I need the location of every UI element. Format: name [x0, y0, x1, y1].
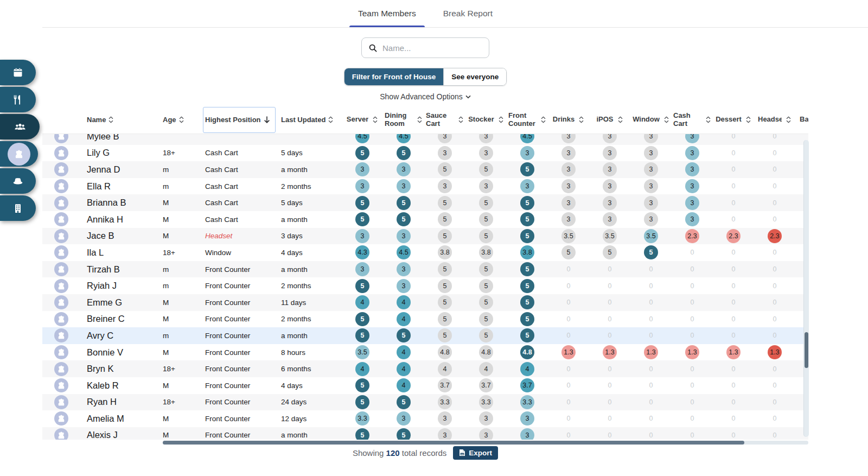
column-header-front-counter[interactable]: Front Counter: [507, 106, 548, 134]
rating-badge: 5: [520, 162, 534, 176]
column-header-sauce-cart[interactable]: Sauce Cart: [424, 106, 465, 134]
table-row[interactable]: Bonnie VMFront Counter8 hours3.544.84.84…: [42, 344, 808, 361]
rating-cell-dessert: 0: [713, 196, 754, 210]
column-header-ipos[interactable]: iPOS: [589, 106, 630, 134]
position-cell: Front Counter: [203, 415, 279, 423]
updated-cell: 3 days: [279, 232, 342, 240]
rating-badge: 3: [644, 179, 658, 193]
sidebar-item-food[interactable]: [0, 87, 36, 112]
rating-cell-window: 0: [630, 279, 672, 293]
column-header-dessert[interactable]: Dessert: [713, 106, 754, 134]
sidebar-item-hat[interactable]: [0, 168, 36, 194]
rating-badge: 3: [520, 179, 534, 193]
table-row[interactable]: Ella RmCash Cart2 months33333333300: [42, 178, 808, 195]
name-cell: Tirzah B: [75, 264, 161, 275]
table-row[interactable]: Bryn K18+Front Counter6 months4444400000…: [42, 360, 808, 377]
sidebar-item-calendar[interactable]: [0, 60, 36, 85]
table-row[interactable]: Ila L18+Window4 days4.34.53.83.83.855500…: [42, 244, 808, 261]
tab-team-members[interactable]: Team Members: [356, 0, 418, 27]
rating-badge: 0: [726, 395, 741, 409]
search-input[interactable]: [382, 43, 490, 53]
name-cell: Alexis J: [75, 430, 161, 440]
table-row[interactable]: Alexis JMFront Countera month55333000000: [42, 427, 808, 440]
rating-badge: 5: [355, 378, 369, 392]
table-row[interactable]: Jenna DmCash Carta month33555333300: [42, 161, 808, 178]
column-header-ba[interactable]: Ba: [795, 106, 808, 134]
tab-break-report[interactable]: Break Report: [441, 0, 495, 27]
rating-badge: 5: [603, 245, 617, 259]
logo-circle: [8, 143, 30, 166]
avatar: [54, 262, 68, 276]
table-row[interactable]: Avry CmFront Countera month55555000000: [42, 327, 808, 344]
table-row[interactable]: Brianna BMCash Cart5 days55555333300: [42, 194, 808, 211]
column-header-window[interactable]: Window: [630, 106, 672, 134]
column-header-position[interactable]: Highest Position: [203, 106, 279, 134]
search-box[interactable]: [361, 37, 489, 58]
column-header-name[interactable]: Name: [75, 106, 161, 134]
rating-cell-window: 0: [630, 262, 672, 276]
table-row[interactable]: Jace BMHeadset3 days335553.53.53.52.32.3…: [42, 228, 808, 245]
rating-cell-dessert: 0: [713, 162, 754, 176]
horizontal-scrollbar[interactable]: [163, 441, 808, 445]
table-row[interactable]: Tirzah BmFront Countera month33555000000: [42, 261, 808, 278]
rating-badge: 0: [768, 312, 782, 326]
filter-toggle-group: Filter for Front of House See everyone: [344, 68, 507, 86]
advanced-options-label: Show Advanced Options: [380, 92, 463, 101]
age-cell: M: [161, 415, 203, 423]
rating-cell-dessert: 0: [713, 295, 754, 309]
rating-badge: 5: [479, 196, 493, 210]
updated-cell: a month: [279, 332, 342, 340]
rating-cell-window: 1.3: [630, 345, 672, 359]
rating-badge: 0: [768, 196, 782, 210]
age-cell: m: [161, 282, 203, 290]
rating-badge: 0: [685, 262, 699, 276]
column-header-server[interactable]: Server: [342, 106, 383, 134]
export-button[interactable]: csv Export: [453, 446, 498, 460]
vertical-scrollbar[interactable]: [803, 140, 809, 437]
rating-badge: 5: [397, 212, 411, 226]
rating-cell-headset: 0: [754, 179, 795, 193]
table-row[interactable]: Breiner CMFront Counter2 months545550000…: [42, 311, 808, 328]
rating-cell-dining-room: 5: [383, 196, 424, 210]
rating-cell-stocker: 4.8: [465, 345, 507, 359]
column-header-dining-room[interactable]: Dining Room: [383, 106, 424, 134]
chevron-down-icon: [465, 95, 471, 99]
table-row[interactable]: Kaleb RMFront Counter4 days543.73.73.700…: [42, 377, 808, 394]
rating-cell-window: 3: [630, 179, 672, 193]
column-header-drinks[interactable]: Drinks: [548, 106, 589, 134]
see-everyone-button[interactable]: See everyone: [443, 68, 506, 85]
sidebar-item-locations[interactable]: [0, 195, 36, 221]
rating-badge: 3: [603, 196, 617, 210]
rating-badge: 0: [768, 328, 782, 342]
rating-cell-sauce-cart: 3: [424, 428, 465, 440]
avatar: [54, 146, 68, 160]
table-row[interactable]: Lily G18+Cash Cart5 days55333333300: [42, 145, 808, 162]
rating-cell-ipos: 3: [589, 162, 630, 176]
name-cell: Ryiah J: [75, 281, 161, 291]
age-cell: M: [161, 382, 203, 390]
horizontal-scrollbar-thumb[interactable]: [163, 441, 744, 445]
column-header-stocker[interactable]: Stocker: [465, 106, 507, 134]
rating-cell-stocker: 3: [465, 411, 507, 426]
rating-badge: 3.3: [355, 411, 369, 426]
table-row[interactable]: Ryan H18+Front Counter24 days553.33.33.3…: [42, 394, 808, 411]
rating-cell-front-counter: 5: [507, 279, 548, 293]
rating-badge: 0: [726, 328, 741, 342]
rating-badge: 5: [520, 312, 534, 326]
sidebar-item-brand[interactable]: [0, 141, 38, 167]
rating-cell-drinks: 0: [548, 312, 589, 326]
table-row[interactable]: Emme GMFront Counter11 days44555000000: [42, 294, 808, 311]
column-header-updated[interactable]: Last Updated: [279, 106, 342, 134]
column-header-cash-cart[interactable]: Cash Cart: [672, 106, 713, 134]
svg-text:csv: csv: [461, 453, 464, 455]
sidebar-item-team[interactable]: [0, 114, 40, 139]
rating-badge: 0: [603, 378, 617, 392]
vertical-scrollbar-thumb[interactable]: [805, 332, 808, 368]
column-header-headset[interactable]: Headset: [754, 106, 795, 134]
filter-front-of-house-button[interactable]: Filter for Front of House: [344, 68, 444, 85]
table-row[interactable]: Annika HMCash Carta month55555333300: [42, 211, 808, 228]
table-row[interactable]: Amelia MMFront Counter12 days3.333330000…: [42, 410, 808, 427]
column-header-age[interactable]: Age: [161, 106, 203, 134]
show-advanced-options-link[interactable]: Show Advanced Options: [380, 92, 471, 101]
table-row[interactable]: Ryiah JmFront Counter2 months53555000000: [42, 277, 808, 294]
